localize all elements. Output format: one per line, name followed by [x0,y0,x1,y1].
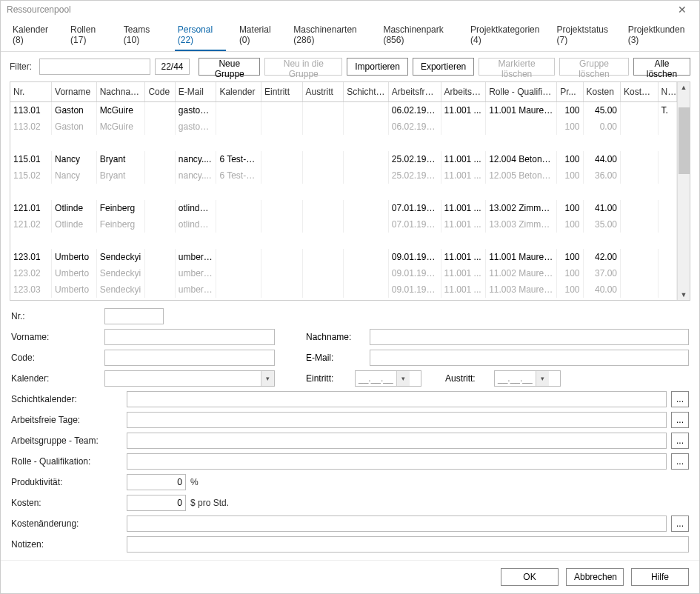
neue-gruppe-button[interactable]: Neue Gruppe [199,58,260,76]
input-produktivitaet[interactable] [127,474,186,490]
grid: Nr.VornameNachnameCodeE-MailKalenderEint… [10,81,690,301]
column-header[interactable]: Code [145,82,175,102]
column-header[interactable]: Rolle - Qualifik... [486,82,557,102]
input-code[interactable] [104,350,275,366]
browse-rolle-button[interactable]: ... [671,453,689,470]
markierte-loeschen-button[interactable]: Markierte löschen [479,58,555,76]
input-notizen[interactable] [127,536,689,553]
label-code: Code: [11,353,100,363]
alle-loeschen-button[interactable]: Alle löschen [633,58,690,76]
grid-table[interactable]: Nr.VornameNachnameCodeE-MailKalenderEint… [10,82,677,300]
column-header[interactable]: Nachname [96,82,145,102]
label-notizen: Notizen: [11,539,122,550]
gruppe-loeschen-button[interactable]: Gruppe löschen [559,58,629,76]
window-ressourcenpool: Ressourcenpool ✕ Kalender (8)Rollen (17)… [0,0,700,594]
input-kosten[interactable] [127,495,186,511]
dialog-buttons: OK Abbrechen Hilfe [1,560,699,593]
table-row[interactable]: 115.01NancyBryantnancy....6 Test-S...25.… [10,151,677,167]
input-email[interactable] [370,350,689,366]
input-arbeitsgruppe[interactable] [127,433,667,449]
input-kostenaenderung[interactable] [127,515,667,532]
table-row[interactable]: 121.01OtlindeFeinbergotlinde....07.01.19… [10,200,677,216]
input-nr[interactable] [104,308,164,324]
tab-5[interactable]: Maschinenarten (286) [290,21,370,51]
label-vorname: Vorname: [11,332,100,342]
label-rolle: Rolle - Qualifikation: [11,456,122,467]
tab-1[interactable]: Rollen (17) [67,21,110,51]
column-header[interactable]: Pr... [557,82,583,102]
input-schichtkalender[interactable] [127,391,667,407]
abbrechen-button[interactable]: Abbrechen [566,568,624,586]
window-title: Ressourcenpool [7,4,71,15]
label-schichtkalender: Schichtkalender: [11,394,122,404]
table-row[interactable]: 113.02GastonMcGuiregaston....06.02.19-0.… [10,119,677,135]
tab-7[interactable]: Projektkategorien (4) [467,21,544,51]
column-header[interactable]: Austritt [302,82,344,102]
input-arbeitsfreie[interactable] [127,412,667,428]
label-arbeitsgruppe: Arbeitsgruppe - Team: [11,436,122,446]
label-nachname: Nachname: [306,332,365,342]
column-header[interactable]: N... [658,82,676,102]
column-header[interactable]: Kosten [583,82,621,102]
column-header[interactable]: Kosten... [621,82,659,102]
browse-arbeitsgruppe-button[interactable]: ... [671,433,689,449]
table-row[interactable]: 123.01UmbertoSendeckyiumbert...09.01.19;… [10,249,677,265]
table-row[interactable]: 113.01GastonMcGuiregaston....06.02.19-0.… [10,102,677,119]
combo-austritt[interactable]: __.__.__▾ [494,370,561,387]
tab-8[interactable]: Projektstatus (7) [554,21,615,51]
label-arbeitsfreie: Arbeitsfreie Tage: [11,415,122,425]
column-header[interactable]: Eintritt [261,82,303,102]
table-row[interactable]: 121.02OtlindeFeinbergotlinde....07.01.19… [10,216,677,233]
label-produktivitaet: Produktivität: [11,477,122,487]
column-header[interactable]: E-Mail [175,82,216,102]
chevron-down-icon[interactable]: ▾ [261,371,274,386]
column-header[interactable]: Schichtk... [344,82,389,102]
toolbar: Filter: 22/44 Neue Gruppe Neu in die Gru… [1,52,699,81]
close-icon[interactable]: ✕ [671,4,693,16]
tab-bar: Kalender (8)Rollen (17)Teams (10)Persona… [1,19,699,52]
label-nr: Nr.: [11,311,100,321]
combo-kalender[interactable]: ▾ [104,370,275,387]
chevron-down-icon[interactable]: ▾ [396,371,410,386]
tab-3[interactable]: Personal (22) [175,21,226,51]
importieren-button[interactable]: Importieren [347,58,408,76]
ok-button[interactable]: OK [501,568,559,586]
input-rolle[interactable] [127,453,667,470]
column-header[interactable]: Arbeitsgr... [441,82,486,102]
table-row[interactable]: 115.02NancyBryantnancy....6 Test-S...25.… [10,167,677,184]
chevron-down-icon[interactable]: ▾ [536,371,549,386]
label-eintritt: Eintritt: [306,373,350,384]
label-kosten: Kosten: [11,498,122,508]
neu-in-gruppe-button[interactable]: Neu in die Gruppe [264,58,342,76]
scroll-up-icon[interactable]: ▲ [679,82,689,93]
browse-schichtkalender-button[interactable]: ... [671,391,689,407]
tab-9[interactable]: Projektkunden (3) [625,21,690,51]
hilfe-button[interactable]: Hilfe [631,568,689,586]
label-austritt: Austritt: [445,373,490,384]
table-row[interactable]: 123.03UmbertoSendeckyiumbert...09.01.19;… [10,281,677,298]
column-header[interactable]: Kalender [216,82,261,102]
combo-eintritt[interactable]: __.__.__▾ [355,370,421,387]
input-vorname[interactable] [104,329,275,345]
label-email: E-Mail: [306,353,365,363]
detail-form: Nr.: Vorname: Nachname: Code: E-Mail: Ka… [1,301,699,560]
filter-input[interactable] [39,59,150,75]
browse-kostenaenderung-button[interactable]: ... [671,515,689,532]
browse-arbeitsfreie-button[interactable]: ... [671,412,689,428]
exportieren-button[interactable]: Exportieren [413,58,474,76]
label-kostenaenderung: Kostenänderung: [11,518,122,529]
scroll-thumb[interactable] [679,107,690,174]
tab-4[interactable]: Material (0) [236,21,280,51]
tab-0[interactable]: Kalender (8) [10,21,57,51]
tab-6[interactable]: Maschinenpark (856) [380,21,457,51]
filter-label: Filter: [10,61,32,72]
unit-produktivitaet: % [190,477,199,487]
input-nachname[interactable] [370,329,689,345]
column-header[interactable]: Nr. [10,82,52,102]
scroll-down-icon[interactable]: ▼ [679,290,689,300]
table-row[interactable]: 123.02UmbertoSendeckyiumbert...09.01.19;… [10,265,677,281]
vertical-scrollbar[interactable]: ▲ ▼ [677,82,690,300]
column-header[interactable]: Arbeitsfreie... [388,82,441,102]
column-header[interactable]: Vorname [52,82,97,102]
tab-2[interactable]: Teams (10) [121,21,164,51]
